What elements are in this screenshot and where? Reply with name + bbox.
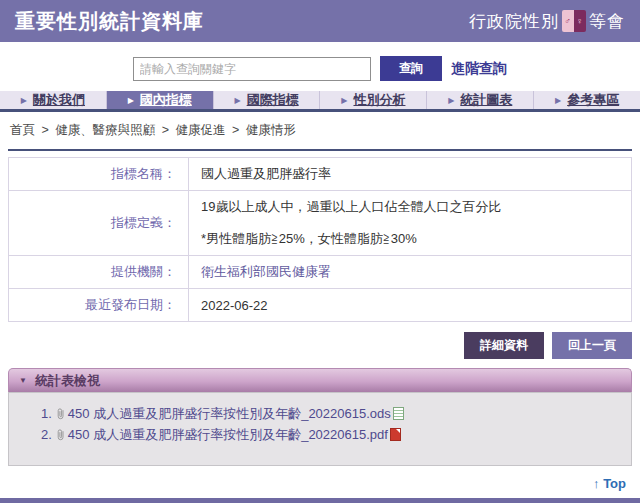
org-name-suffix: 等會: [589, 10, 625, 33]
tab-international-indicators[interactable]: ▶ 國際指標: [214, 91, 321, 109]
back-to-top-link[interactable]: ↑ Top: [593, 476, 626, 491]
agency-label: 提供機關：: [9, 256, 189, 289]
table-row: 指標名稱： 國人過重及肥胖盛行率: [9, 158, 632, 191]
table-row: 指標定義： 19歲以上成人中，過重以上人口佔全體人口之百分比 *男性體脂肪≧25…: [9, 191, 632, 256]
gender-equality-logo-icon: ♂ ♀: [562, 10, 586, 32]
list-item: 1. 450 成人過重及肥胖盛行率按性別及年齡_20220615.ods: [41, 403, 621, 424]
table-row: 提供機關： 衛生福利部國民健康署: [9, 256, 632, 289]
action-buttons: 詳細資料 回上一頁: [8, 332, 632, 359]
tab-label: 性別分析: [353, 91, 405, 109]
site-title: 重要性別統計資料庫: [15, 8, 204, 35]
tab-label: 統計圖表: [460, 91, 512, 109]
main-nav: ▶ 關於我們 ▶ 國內指標 ▶ 國際指標 ▶ 性別分析 ▶ 統計圖表 ▶ 參考專…: [0, 91, 640, 112]
top-row: ↑ Top: [0, 466, 640, 498]
top-label: Top: [600, 476, 626, 491]
release-date-label: 最近發布日期：: [9, 289, 189, 322]
indicator-name-label: 指標名稱：: [9, 158, 189, 191]
tab-label: 參考專區: [567, 91, 619, 109]
tab-domestic-indicators[interactable]: ▶ 國內指標: [107, 91, 214, 109]
stats-file-list: 1. 450 成人過重及肥胖盛行率按性別及年齡_20220615.ods 2. …: [8, 392, 632, 466]
stats-section-title: 統計表檢視: [35, 372, 100, 390]
breadcrumb-separator: >: [232, 123, 239, 137]
search-input[interactable]: [133, 57, 371, 81]
breadcrumb-health-promotion[interactable]: 健康促進: [176, 123, 226, 137]
arrow-right-icon: ▶: [128, 96, 134, 105]
site-header: 重要性別統計資料庫 行政院性別 ♂ ♀ 等會: [0, 0, 640, 42]
indicator-definition-value: 19歲以上成人中，過重以上人口佔全體人口之百分比 *男性體脂肪≧25%，女性體脂…: [189, 191, 632, 256]
list-item: 2. 450 成人過重及肥胖盛行率按性別及年齡_20220615.pdf: [41, 424, 621, 445]
breadcrumb-separator: >: [162, 123, 169, 137]
site-footer: 政府網站資料開放宣告 | 隱私權及網站安全政策 | 行政院版權所有© 最佳瀏覽解…: [0, 498, 640, 503]
ods-file-link[interactable]: 450 成人過重及肥胖盛行率按性別及年齡_20220615.ods: [68, 403, 391, 424]
release-date-value: 2022-06-22: [189, 289, 632, 322]
breadcrumb-health-medical-care[interactable]: 健康、醫療與照顧: [55, 123, 155, 137]
detail-data-button[interactable]: 詳細資料: [464, 332, 544, 359]
arrow-right-icon: ▶: [448, 96, 454, 105]
tab-label: 國際指標: [247, 91, 299, 109]
org-name-prefix: 行政院性別: [469, 10, 559, 33]
male-symbol-icon: ♂: [562, 10, 574, 32]
arrow-right-icon: ▶: [21, 96, 27, 105]
back-button[interactable]: 回上一頁: [552, 332, 632, 359]
tab-reference-area[interactable]: ▶ 參考專區: [534, 91, 640, 109]
female-symbol-icon: ♀: [574, 10, 586, 32]
pdf-file-icon: [390, 428, 401, 441]
tab-label: 關於我們: [33, 91, 85, 109]
arrow-right-icon: ▶: [555, 96, 561, 105]
search-bar: 查詢 進階查詢: [0, 42, 640, 91]
org-brand-logo[interactable]: 行政院性別 ♂ ♀ 等會: [469, 10, 625, 33]
advanced-search-link[interactable]: 進階查詢: [451, 60, 507, 78]
tab-about-us[interactable]: ▶ 關於我們: [0, 91, 107, 109]
arrow-right-icon: ▶: [341, 96, 347, 105]
paperclip-icon: [55, 407, 66, 420]
stats-table-section: ▼ 統計表檢視 1. 450 成人過重及肥胖盛行率按性別及年齡_20220615…: [8, 368, 632, 466]
ods-file-icon: [393, 407, 404, 420]
stats-section-header[interactable]: ▼ 統計表檢視: [8, 368, 632, 392]
tab-label: 國內指標: [140, 91, 192, 109]
tab-gender-analysis[interactable]: ▶ 性別分析: [320, 91, 427, 109]
breadcrumb-home[interactable]: 首頁: [10, 123, 35, 137]
file-index: 2.: [41, 424, 52, 445]
file-index: 1.: [41, 403, 52, 424]
table-row: 最近發布日期： 2022-06-22: [9, 289, 632, 322]
breadcrumb-separator: >: [41, 123, 48, 137]
definition-line-2: *男性體脂肪≧25%，女性體脂肪≧30%: [201, 230, 619, 248]
search-button[interactable]: 查詢: [380, 56, 442, 81]
definition-line-1: 19歲以上成人中，過重以上人口佔全體人口之百分比: [201, 198, 619, 216]
content-divider: [8, 149, 632, 151]
indicator-definition-label: 指標定義：: [9, 191, 189, 256]
paperclip-icon: [55, 428, 66, 441]
breadcrumb: 首頁 > 健康、醫療與照顧 > 健康促進 > 健康情形: [0, 112, 640, 147]
indicator-name-value: 國人過重及肥胖盛行率: [189, 158, 632, 191]
indicator-detail-table: 指標名稱： 國人過重及肥胖盛行率 指標定義： 19歲以上成人中，過重以上人口佔全…: [8, 157, 632, 322]
agency-value: 衛生福利部國民健康署: [189, 256, 632, 289]
breadcrumb-current-health-status: 健康情形: [246, 123, 296, 137]
tab-statistical-charts[interactable]: ▶ 統計圖表: [427, 91, 534, 109]
pdf-file-link[interactable]: 450 成人過重及肥胖盛行率按性別及年齡_20220615.pdf: [68, 424, 388, 445]
arrow-right-icon: ▶: [234, 96, 240, 105]
collapse-triangle-icon: ▼: [19, 376, 27, 385]
